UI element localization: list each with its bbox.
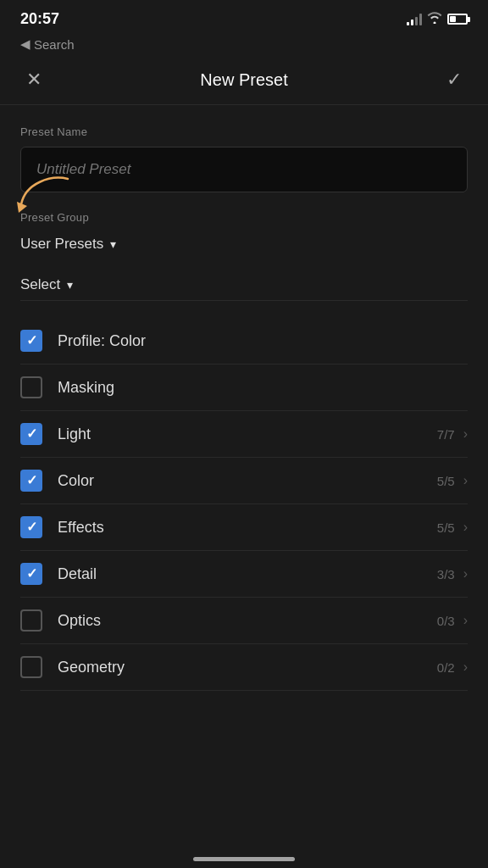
checkbox-label-color: Color	[58, 472, 94, 490]
checkmark-icon: ✓	[26, 567, 37, 581]
checkbox-item-geometry[interactable]: Geometry0/2›	[20, 644, 468, 691]
preset-group-label: Preset Group	[20, 211, 468, 224]
checkbox-item-color[interactable]: ✓Color5/5›	[20, 458, 468, 504]
status-icons	[407, 12, 468, 26]
preset-group-dropdown[interactable]: User Presets ▾	[20, 232, 468, 256]
checkbox-item-light[interactable]: ✓Light7/7›	[20, 411, 468, 458]
wifi-icon	[427, 12, 442, 26]
count-color: 5/5	[437, 474, 455, 488]
checkbox-item-effects[interactable]: ✓Effects5/5›	[20, 504, 468, 551]
home-indicator	[193, 857, 295, 861]
count-effects: 5/5	[437, 520, 455, 535]
chevron-right-icon[interactable]: ›	[463, 426, 468, 442]
select-chevron-icon: ▾	[67, 278, 73, 292]
back-arrow-icon: ◀	[20, 36, 30, 52]
checkbox-label-geometry: Geometry	[58, 659, 125, 676]
checkbox-item-masking[interactable]: Masking	[20, 364, 468, 411]
select-dropdown[interactable]: Select ▾	[20, 273, 468, 297]
close-button[interactable]: ✕	[20, 69, 47, 91]
chevron-right-icon[interactable]: ›	[463, 473, 468, 488]
checkbox-list: ✓Profile: ColorMasking✓Light7/7›✓Color5/…	[20, 318, 468, 691]
chevron-right-icon[interactable]: ›	[463, 659, 468, 675]
page-title: New Preset	[200, 70, 287, 90]
checkbox-label-profile-color: Profile: Color	[58, 332, 146, 350]
checkbox-label-effects: Effects	[58, 519, 104, 537]
checkbox-label-light: Light	[58, 426, 91, 443]
content-area: Preset Name Preset Group User Presets ▾ …	[0, 105, 488, 691]
checkbox-detail[interactable]: ✓	[20, 563, 42, 585]
status-time: 20:57	[20, 10, 59, 28]
chevron-down-icon: ▾	[110, 237, 116, 251]
checkbox-color[interactable]: ✓	[20, 470, 42, 492]
checkmark-icon: ✓	[26, 474, 37, 487]
back-label: Search	[34, 37, 75, 52]
chevron-right-icon[interactable]: ›	[463, 566, 468, 581]
checkbox-label-optics: Optics	[58, 612, 101, 630]
back-navigation[interactable]: ◀ Search	[0, 33, 488, 58]
confirm-button[interactable]: ✓	[441, 69, 468, 91]
battery-icon	[447, 14, 468, 25]
preset-group-section: Preset Group User Presets ▾	[20, 211, 468, 256]
checkmark-icon: ✓	[26, 334, 37, 348]
chevron-right-icon[interactable]: ›	[463, 520, 468, 535]
chevron-right-icon[interactable]: ›	[463, 613, 468, 628]
checkbox-optics[interactable]	[20, 609, 42, 632]
count-optics: 0/3	[437, 614, 455, 628]
checkmark-icon: ✓	[26, 427, 37, 441]
checkbox-effects[interactable]: ✓	[20, 516, 42, 538]
status-bar: 20:57	[0, 0, 488, 33]
checkbox-label-detail: Detail	[58, 565, 97, 583]
checkbox-geometry[interactable]	[20, 656, 42, 678]
count-detail: 3/3	[437, 567, 455, 581]
preset-group-value: User Presets	[20, 236, 103, 253]
preset-name-input[interactable]	[20, 147, 468, 192]
signal-icon	[407, 14, 422, 25]
count-light: 7/7	[437, 427, 455, 442]
count-geometry: 0/2	[437, 660, 455, 675]
checkbox-item-profile-color[interactable]: ✓Profile: Color	[20, 318, 468, 364]
preset-name-label: Preset Name	[20, 125, 468, 138]
select-label: Select	[20, 276, 60, 293]
top-navigation: ✕ New Preset ✓	[0, 58, 488, 105]
checkbox-masking[interactable]	[20, 376, 42, 398]
checkbox-profile-color[interactable]: ✓	[20, 330, 42, 352]
select-section: Select ▾	[20, 273, 468, 301]
checkmark-icon: ✓	[26, 520, 37, 534]
checkbox-item-detail[interactable]: ✓Detail3/3›	[20, 551, 468, 598]
checkbox-light[interactable]: ✓	[20, 423, 42, 445]
checkbox-item-optics[interactable]: Optics0/3›	[20, 598, 468, 644]
checkbox-label-masking: Masking	[58, 379, 114, 397]
